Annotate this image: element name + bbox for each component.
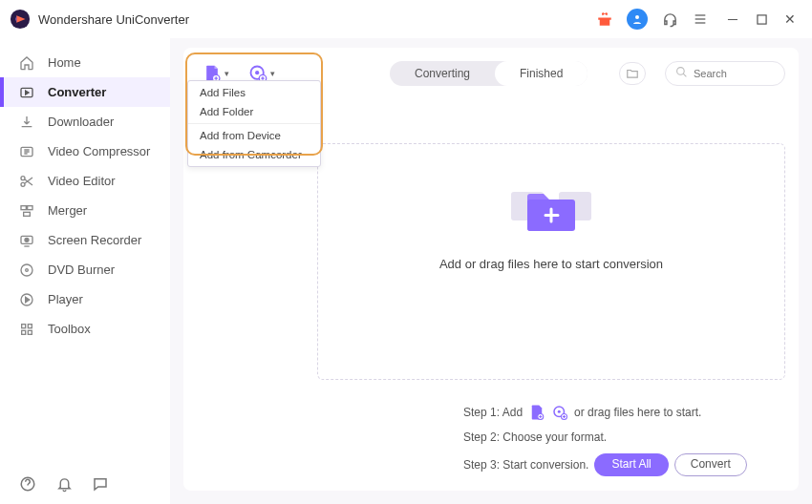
sidebar-item-converter[interactable]: Converter: [0, 77, 170, 107]
bell-icon[interactable]: [55, 475, 73, 493]
tab-converting[interactable]: Converting: [390, 61, 495, 86]
step-1-prefix: Step 1: Add: [463, 406, 523, 419]
minimize-icon[interactable]: ─: [726, 12, 739, 26]
svg-point-34: [558, 410, 561, 413]
tab-finished[interactable]: Finished: [495, 61, 588, 86]
user-avatar-icon[interactable]: [627, 9, 648, 30]
svg-rect-19: [28, 324, 32, 327]
dropdown-add-camcorder[interactable]: Add from Camcorder: [188, 145, 320, 164]
step-2-text: Step 2: Choose your format.: [463, 430, 607, 444]
svg-rect-11: [28, 205, 32, 209]
sidebar-item-downloader[interactable]: Downloader: [0, 107, 170, 136]
home-icon: [19, 55, 34, 71]
titlebar: Wondershare UniConverter ─ ✕: [0, 0, 812, 38]
hamburger-icon[interactable]: [692, 10, 709, 28]
svg-line-28: [683, 74, 686, 76]
sidebar-item-player[interactable]: Player: [0, 284, 170, 314]
sidebar-item-label: Player: [48, 292, 83, 306]
step-2: Step 2: Choose your format.: [463, 430, 759, 444]
svg-rect-10: [21, 205, 26, 209]
svg-rect-21: [28, 330, 32, 334]
add-source-mini-icon: [551, 404, 568, 421]
add-file-mini-icon: [528, 404, 545, 421]
svg-point-1: [635, 15, 639, 19]
svg-point-27: [677, 68, 685, 75]
svg-rect-20: [22, 330, 26, 334]
sidebar-item-compressor[interactable]: Video Compressor: [0, 136, 170, 166]
sidebar-item-label: Downloader: [48, 115, 114, 129]
close-icon[interactable]: ✕: [783, 12, 797, 26]
main-panel: ▾ ▾ Converting Finished: [183, 48, 799, 491]
sidebar-item-label: Video Compressor: [48, 144, 150, 158]
svg-point-16: [26, 268, 29, 271]
folder-plus-illustration-icon: [494, 171, 609, 247]
sidebar: Home Converter Downloader Video Compress…: [0, 38, 170, 504]
svg-point-14: [25, 238, 29, 242]
sidebar-item-label: Screen Recorder: [48, 233, 141, 247]
record-icon: [19, 233, 34, 248]
step-3: Step 3: Start conversion. Start All Conv…: [463, 453, 759, 476]
search-input[interactable]: [694, 68, 770, 79]
sidebar-item-home[interactable]: Home: [0, 48, 170, 77]
chevron-down-icon: ▾: [224, 69, 229, 78]
sidebar-item-merger[interactable]: Merger: [0, 196, 170, 225]
svg-rect-5: [757, 14, 765, 23]
gift-icon[interactable]: [596, 10, 613, 28]
sidebar-item-label: DVD Burner: [48, 262, 115, 277]
sidebar-item-label: Converter: [48, 85, 106, 99]
start-all-button[interactable]: Start All: [594, 453, 668, 476]
maximize-icon[interactable]: [755, 14, 768, 25]
dropzone[interactable]: Add or drag files here to start conversi…: [317, 143, 785, 380]
dropdown-add-files[interactable]: Add Files: [188, 83, 320, 102]
step-1: Step 1: Add or drag files here to start.: [463, 404, 759, 421]
svg-point-15: [21, 264, 32, 276]
compress-icon: [19, 144, 34, 159]
search-box[interactable]: [665, 61, 785, 86]
open-folder-button[interactable]: [619, 62, 646, 85]
scissors-icon: [19, 174, 34, 189]
step-1-suffix: or drag files here to start.: [574, 406, 701, 419]
grid-icon: [19, 322, 34, 337]
help-icon[interactable]: [19, 475, 36, 493]
svg-point-25: [255, 71, 259, 74]
chevron-down-icon: ▾: [270, 69, 275, 78]
play-icon: [19, 292, 34, 307]
disc-icon: [19, 262, 34, 278]
dropzone-text: Add or drag files here to start conversi…: [439, 257, 663, 271]
sidebar-item-label: Toolbox: [48, 322, 91, 336]
status-tabs: Converting Finished: [390, 61, 588, 86]
dropdown-add-device[interactable]: Add from Device: [188, 126, 320, 145]
sidebar-item-dvd[interactable]: DVD Burner: [0, 255, 170, 284]
sidebar-item-recorder[interactable]: Screen Recorder: [0, 225, 170, 255]
sidebar-item-editor[interactable]: Video Editor: [0, 166, 170, 196]
svg-point-9: [21, 182, 25, 186]
svg-rect-12: [24, 212, 31, 216]
sidebar-item-label: Video Editor: [48, 174, 116, 188]
headset-icon[interactable]: [661, 10, 678, 28]
svg-rect-18: [22, 324, 26, 327]
dropdown-add-folder[interactable]: Add Folder: [188, 102, 320, 121]
app-logo: [10, 9, 31, 30]
step-3-text: Step 3: Start conversion.: [463, 458, 588, 472]
merge-icon: [19, 203, 34, 219]
sidebar-item-toolbox[interactable]: Toolbox: [0, 314, 170, 344]
sidebar-item-label: Home: [48, 55, 81, 70]
search-icon: [675, 65, 688, 82]
converter-icon: [19, 85, 34, 100]
app-title: Wondershare UniConverter: [38, 12, 189, 27]
sidebar-item-label: Merger: [48, 203, 87, 218]
convert-button[interactable]: Convert: [674, 453, 747, 476]
download-icon: [19, 115, 34, 130]
chat-icon[interactable]: [92, 475, 109, 493]
add-dropdown: Add Files Add Folder Add from Device Add…: [187, 80, 321, 167]
svg-point-8: [21, 176, 25, 179]
